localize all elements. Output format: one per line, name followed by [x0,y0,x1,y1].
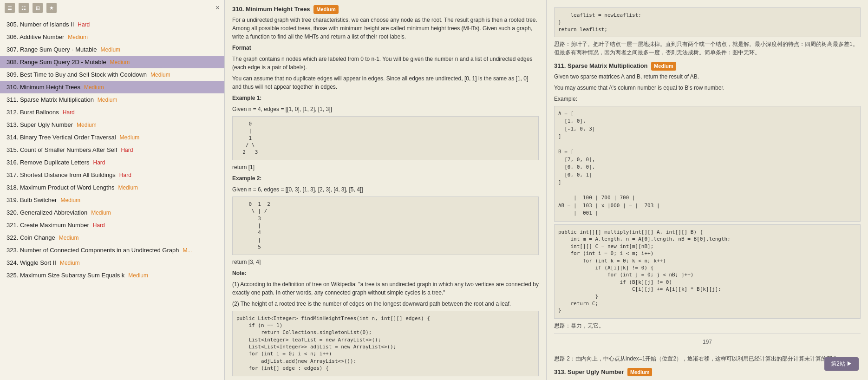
sidebar-item-316[interactable]: 316. Remove Duplicate LettersHard [0,156,224,169]
problem-311-note: You may assume that A's column number is… [554,84,861,92]
difficulty-badge: Medium [60,260,80,266]
sidebar-item-label: 324. Wiggle Sort II [7,259,56,266]
sidebar-item-label: 320. Generalized Abbreviation [7,209,87,216]
example1-input: Given n = 4, edges = [[1, 0], [1, 2], [1… [232,105,539,113]
sidebar-item-319[interactable]: 319. Bulb SwitcherMedium [0,194,224,206]
problem-311-desc: Given two sparse matrices A and B, retur… [554,72,861,81]
sidebar-item-label: 321. Create Maximum Number [7,222,89,229]
sidebar-item-324[interactable]: 324. Wiggle Sort IIMedium [0,256,224,269]
problem-310-desc: For a undirected graph with tree charact… [232,16,539,41]
difficulty-badge: Medium [68,34,88,40]
example2-label: Example 2: [232,174,539,183]
problem-313-title: 313. Super Ugly Number Medium [554,367,861,377]
difficulty-badge: Medium [59,235,79,241]
problem-313-badge: Medium [627,368,653,377]
sidebar-item-322[interactable]: 322. Coin ChangeMedium [0,231,224,244]
sidebar-item-314[interactable]: 314. Binary Tree Vertical Order Traversa… [0,131,224,144]
sidebar-item-305[interactable]: 305. Number of Islands IIHard [0,18,224,31]
sidebar-item-323[interactable]: 323. Number of Connected Components in a… [0,244,224,256]
difficulty-badge: Hard [93,159,105,166]
problem-310-title: 310. Minimum Height Trees Medium [232,5,539,14]
difficulty-badge: Medium [118,184,138,191]
difficulty-badge: Medium [84,84,104,91]
float-button[interactable]: 第2站 ▶ [824,357,859,371]
difficulty-badge: Hard [63,109,75,116]
difficulty-badge: Medium [98,97,117,103]
sidebar-item-label: 319. Bulb Switcher [7,197,57,203]
sidebar-item-325[interactable]: 325. Maximum Size Subarray Sum Equals kM… [0,269,224,282]
difficulty-badge: Medium [150,72,170,78]
code-snippet-1: leaflist = newLeaflist; } return leaflis… [554,7,861,37]
sidebar-item-label: 305. Number of Islands II [7,21,74,28]
tab-icon-2[interactable]: ☷ [19,3,29,13]
sidebar-item-311[interactable]: 311. Sparse Matrix MultiplicationMedium [0,93,224,106]
sidebar-item-label: 317. Shortest Distance from All Building… [7,171,116,178]
sidebar-item-label: 322. Coin Change [7,234,55,241]
sidebar: ☰ ☷ ⊞ ★ × 305. Number of Islands IIHard3… [0,0,225,380]
problem-311-title-text: 311. Sparse Matrix Multiplication [554,62,648,69]
sidebar-item-307[interactable]: 307. Range Sum Query - MutableMedium [0,43,224,56]
example1-return: return [1] [232,163,539,171]
close-button[interactable]: × [215,4,220,12]
sidebar-item-label: 308. Range Sum Query 2D - Mutable [7,59,106,66]
problem-311-title: 311. Sparse Matrix Multiplication Medium [554,61,861,71]
sidebar-item-label: 311. Sparse Matrix Multiplication [7,96,94,103]
difficulty-badge: Hard [93,222,105,229]
sidebar-item-315[interactable]: 315. Count of Smaller Numbers After Self… [0,144,224,156]
sidebar-item-label: 313. Super Ugly Number [7,121,73,128]
example1-tree: 0 | 1 / \ 2 3 [232,116,539,160]
difficulty-badge: Medium [77,122,97,128]
sidebar-item-label: 314. Binary Tree Vertical Order Traversa… [7,134,116,141]
sidebar-item-312[interactable]: 312. Burst BalloonsHard [0,106,224,118]
difficulty-badge: Medium [60,197,80,203]
sidebar-item-320[interactable]: 320. Generalized AbbreviationMedium [0,206,224,219]
example1-label: Example 1: [232,94,539,102]
note-312-r: 思路 2：由内向上，中心点从index=1开始（位置2），逐渐右移，这样可以利用… [554,354,861,363]
problem-313-title-text: 313. Super Ugly Number [554,368,624,375]
difficulty-badge: Medium [120,134,140,141]
main-content: 310. Minimum Height Trees Medium For a u… [225,0,868,380]
sidebar-item-321[interactable]: 321. Create Maximum NumberHard [0,219,224,231]
sidebar-header: ☰ ☷ ⊞ ★ × [0,0,224,16]
sidebar-item-309[interactable]: 309. Best Time to Buy and Sell Stock wit… [0,68,224,81]
example2-return: return [3, 4] [232,258,539,266]
content-area: 310. Minimum Height Trees Medium For a u… [225,0,868,380]
note-r2: 思路：暴力，无它。 [554,321,861,330]
example-311-label: Example: [554,95,861,103]
format-label: Format [232,44,539,52]
note-1: (1) According to the definition of tree … [232,280,539,297]
sidebar-item-label: 310. Minimum Height Trees [7,84,80,91]
sidebar-item-318[interactable]: 318. Maximum Product of Word LengthsMedi… [0,181,224,194]
problem-311-badge: Medium [651,62,676,71]
sidebar-item-310[interactable]: 310. Minimum Height TreesMedium [0,81,224,93]
sidebar-item-317[interactable]: 317. Shortest Distance from All Building… [0,169,224,181]
sidebar-item-label: 306. Additive Number [7,33,64,40]
difficulty-badge: Medium [100,46,120,53]
tab-icon-1[interactable]: ☰ [5,3,15,13]
tab-icon-4[interactable]: ★ [46,3,57,13]
note-2: (2) The height of a rooted tree is the n… [232,300,539,308]
sidebar-item-label: 325. Maximum Size Subarray Sum Equals k [7,272,124,279]
sidebar-item-label: 323. Number of Connected Components in a… [7,247,179,254]
difficulty-badge: M... [183,247,192,254]
code-310: public List<Integer> findMinHeightTrees(… [232,311,539,376]
note-label: Note: [232,269,539,277]
sidebar-item-313[interactable]: 313. Super Ugly NumberMedium [0,118,224,131]
tab-icon-3[interactable]: ⊞ [33,3,43,13]
example2-tree: 0 1 2 \ | / 3 | 4 | 5 [232,197,539,255]
sidebar-item-label: 309. Best Time to Buy and Sell Stock wit… [7,71,147,78]
left-column: 310. Minimum Height Trees Medium For a u… [225,0,546,380]
sidebar-list: 305. Number of Islands IIHard306. Additi… [0,16,224,380]
difficulty-badge: Hard [78,21,90,28]
assumption-text: You can assume that no duplicate edges w… [232,74,539,91]
sidebar-item-306[interactable]: 306. Additive NumberMedium [0,31,224,43]
code-311: public int[][] multiply(int[][] A, int[]… [554,224,861,319]
problem-310-badge: Medium [313,5,339,14]
page-197: 197 [554,334,861,350]
difficulty-badge: Medium [128,272,148,279]
difficulty-badge: Medium [110,59,130,66]
difficulty-badge: Medium [91,210,111,216]
sidebar-item-label: 315. Count of Smaller Numbers After Self [7,146,117,153]
sidebar-item-308[interactable]: 308. Range Sum Query 2D - MutableMedium3… [0,56,224,68]
difficulty-badge: Hard [119,172,131,178]
